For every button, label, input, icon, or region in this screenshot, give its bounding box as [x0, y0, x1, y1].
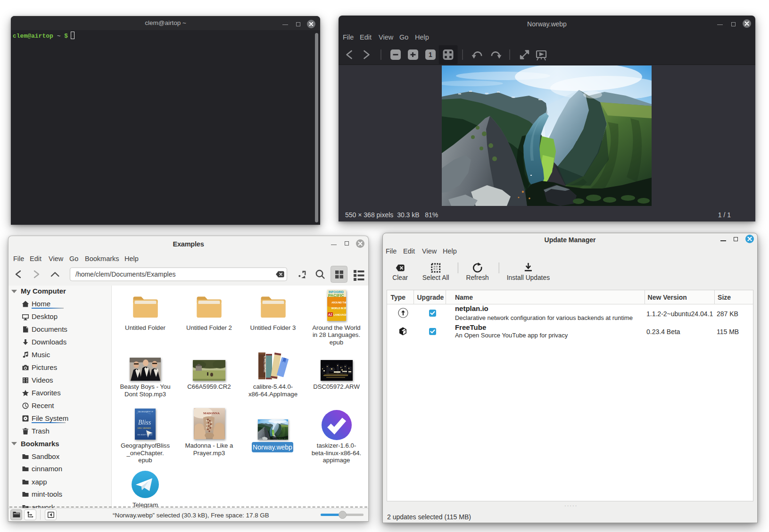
svg-text:Install Updates: Install Updates — [507, 274, 550, 281]
svg-text:/home/clem/Documents/Examples: /home/clem/Documents/Examples — [75, 270, 175, 278]
svg-text:1: 1 — [429, 51, 432, 58]
svg-text:ERIC WEINER: ERIC WEINER — [138, 427, 151, 429]
svg-text:THE GEOGRAPHY OF: THE GEOGRAPHY OF — [138, 411, 153, 413]
svg-text:LANGUAGES: LANGUAGES — [333, 313, 346, 316]
svg-text:Clear: Clear — [392, 274, 408, 281]
svg-text:MADONNA: MADONNA — [203, 411, 220, 415]
svg-text:AROUND THE: AROUND THE — [331, 301, 346, 304]
svg-text:ONE GRUMP'S SEARCH: ONE GRUMP'S SEARCH — [137, 434, 152, 436]
svg-text:WORLD IN 28: WORLD IN 28 — [331, 307, 346, 310]
svg-text:Select All: Select All — [422, 274, 449, 281]
svg-text:Refresh: Refresh — [466, 274, 488, 281]
svg-text:AZ: AZ — [328, 313, 332, 316]
svg-text:Bliss: Bliss — [138, 419, 151, 426]
